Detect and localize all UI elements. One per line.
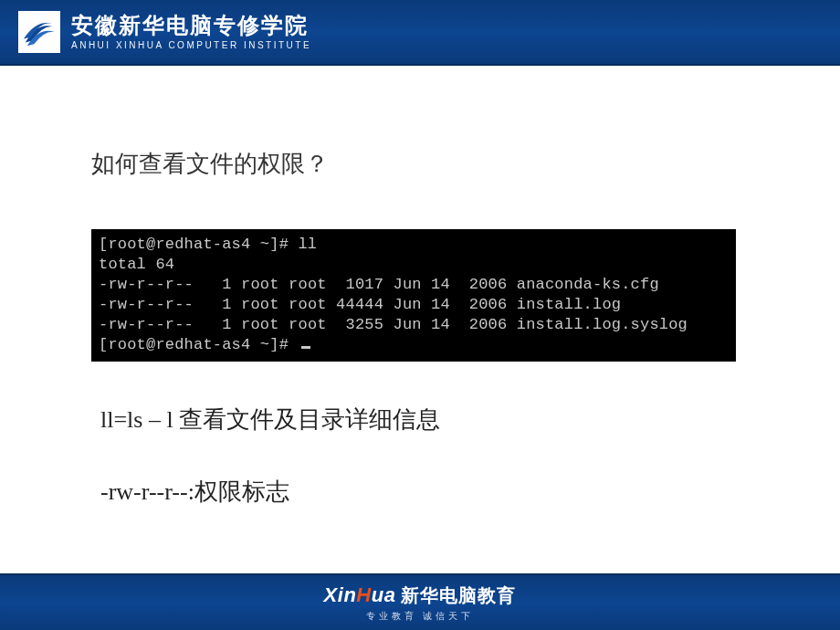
- terminal-cursor-icon: [301, 346, 310, 349]
- footer-brand: XinHua 新华电脑教育: [324, 583, 517, 608]
- institute-name-en: ANHUI XINHUA COMPUTER INSTITUTE: [71, 40, 311, 50]
- footer-bar: XinHua 新华电脑教育 专业教育 诚信天下: [0, 573, 840, 630]
- footer-tagline: 专业教育 诚信天下: [0, 610, 840, 623]
- terminal-row: -rw-r--r-- 1 root root 1017 Jun 14 2006 …: [99, 276, 659, 293]
- terminal-prompt-line: [root@redhat-as4 ~]#: [99, 336, 298, 353]
- slide-note-2: -rw-r--r--:权限标志: [100, 476, 749, 508]
- institute-logo: [18, 11, 60, 53]
- terminal-prompt-line: [root@redhat-as4 ~]# ll: [99, 236, 317, 253]
- terminal-row: -rw-r--r-- 1 root root 44444 Jun 14 2006…: [99, 296, 621, 313]
- footer-brand-en: XinHua: [324, 583, 396, 607]
- logo-swoosh-icon: [22, 15, 57, 49]
- terminal-row: -rw-r--r-- 1 root root 3255 Jun 14 2006 …: [99, 316, 688, 333]
- institute-name-cn: 安徽新华电脑专修学院: [71, 14, 311, 37]
- slide-content: 如何查看文件的权限？ [root@redhat-as4 ~]# ll total…: [0, 66, 840, 508]
- header-bar: 安徽新华电脑专修学院 ANHUI XINHUA COMPUTER INSTITU…: [0, 0, 840, 66]
- header-text-block: 安徽新华电脑专修学院 ANHUI XINHUA COMPUTER INSTITU…: [71, 14, 311, 49]
- slide-question: 如何查看文件的权限？: [91, 148, 749, 180]
- footer-brand-cn: 新华电脑教育: [401, 583, 516, 608]
- terminal-output: [root@redhat-as4 ~]# ll total 64 -rw-r--…: [91, 229, 736, 362]
- terminal-total-line: total 64: [99, 256, 174, 273]
- slide-note-1: ll=ls – l 查看文件及目录详细信息: [100, 404, 749, 436]
